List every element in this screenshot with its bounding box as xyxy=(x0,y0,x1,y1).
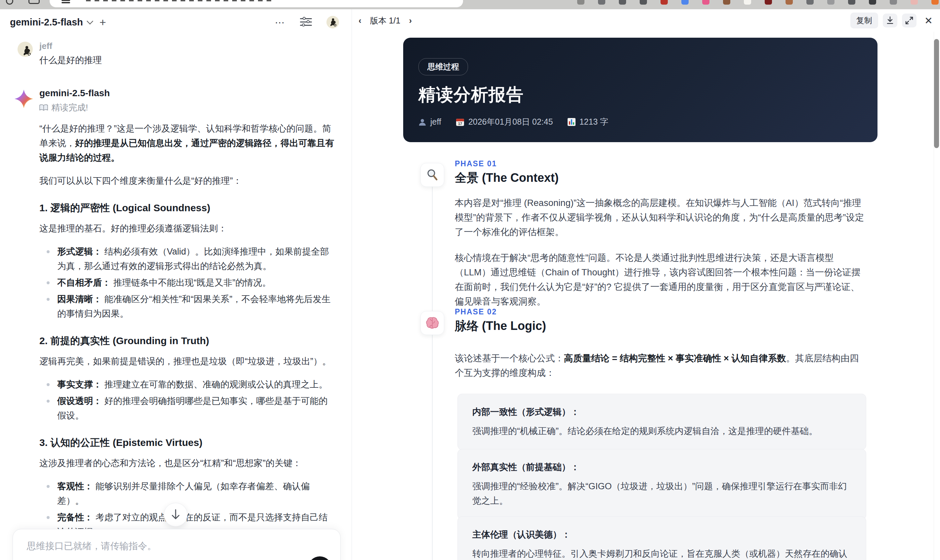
arrow-down-icon xyxy=(171,509,180,520)
assistant-message: gemini-2.5-flash 精读完成! “什么是好的推理？”这是一个涉及逻… xyxy=(14,88,337,560)
extension-icon[interactable] xyxy=(681,0,689,5)
phase-1-icon-card xyxy=(421,163,444,187)
section-title: 1. 逻辑的严密性 (Logical Soundness) xyxy=(39,201,334,215)
extension-icon[interactable] xyxy=(661,0,668,5)
phase-1-paragraph: 本内容是对“推理 (Reasoning)”这一抽象概念的高层建模。在知识爆炸与人… xyxy=(455,196,864,239)
assistant-status: 精读完成! xyxy=(39,102,337,113)
extension-icon[interactable] xyxy=(827,0,835,5)
report-hero-card: 思维过程 精读分析报告 jeff 17 2026年01月08日 02:45 12… xyxy=(403,38,877,142)
scrollbar-thumb[interactable] xyxy=(934,39,939,148)
chevron-down-icon xyxy=(87,18,93,25)
list-item: 因果清晰： 能准确区分“相关性”和“因果关系”，不会轻率地将先后发生的事情归为因… xyxy=(39,292,334,321)
extension-icon[interactable] xyxy=(577,0,584,5)
user-message-text: 什么是好的推理 xyxy=(39,54,102,66)
new-chat-button[interactable]: + xyxy=(100,16,106,29)
list-item: 形式逻辑： 结构必须有效（Valid）。比如演绎推理中，如果前提全部为真，那么通… xyxy=(39,244,334,273)
browser-toolbar xyxy=(0,0,940,9)
phase-1-paragraph: 核心情境在于解决“思考的随意性”问题。不论是人类通过批判性思维进行决策，还是大语… xyxy=(455,251,864,309)
artifact-scroll-area[interactable]: 思维过程 精读分析报告 jeff 17 2026年01月08日 02:45 12… xyxy=(352,32,940,560)
extension-icon[interactable] xyxy=(744,0,751,5)
copy-button[interactable]: 复制 xyxy=(851,12,878,28)
phase-2-body: 该论述基于一个核心公式：高质量结论 = 结构完整性 × 事实准确性 × 认知自律… xyxy=(455,351,864,391)
model-selector[interactable]: gemini-2.5-flash xyxy=(10,17,92,28)
extension-icon[interactable] xyxy=(598,0,605,5)
gemini-logo-icon xyxy=(14,89,33,110)
download-button[interactable] xyxy=(883,14,897,28)
section-desc: 这涉及推理者的心态和方法论，也是区分“杠精”和“思想家”的关键： xyxy=(39,456,334,471)
wordcount-meta: 1213 字 xyxy=(567,116,609,127)
logic-card: 主体伦理（认识美德）： 转向推理者的心理特征。引入奥卡姆剃刀和反向论证，旨在克服… xyxy=(458,516,866,560)
version-prev-button[interactable]: ‹ xyxy=(359,15,362,26)
composer-placeholder[interactable]: 思维接口已就绪，请传输指令。 xyxy=(27,540,156,552)
lead-in: 我们可以从以下四个维度来衡量什么是“好的推理”： xyxy=(39,174,334,188)
bar-chart-icon xyxy=(567,118,575,126)
chat-pane: gemini-2.5-flash + ⋯ jeff 什么是好的推理 xyxy=(0,9,351,560)
reload-icon[interactable] xyxy=(6,0,13,5)
settings-sliders-icon[interactable] xyxy=(300,17,312,27)
phase-1-label: PHASE 01 xyxy=(455,159,497,168)
phase-timeline xyxy=(432,164,433,560)
extension-icon[interactable] xyxy=(911,0,918,5)
assistant-name: gemini-2.5-flash xyxy=(39,88,337,98)
logic-card: 外部真实性（前提基础）： 强调推理的“经验校准”。解决“GIGO（垃圾进，垃圾出… xyxy=(458,449,866,520)
user-message-avatar xyxy=(17,42,33,57)
bullet-list: 事实支撑： 推理建立在可靠的数据、准确的观测或公认的真理之上。 假设透明： 好的… xyxy=(39,377,334,423)
extension-icon[interactable] xyxy=(640,0,647,5)
artifact-toolbar: ‹ 版本 1/1 › 复制 xyxy=(352,9,940,32)
brain-icon xyxy=(425,317,439,329)
section-title: 2. 前提的真实性 (Grounding in Truth) xyxy=(39,334,334,348)
phase-2-formula: 该论述基于一个核心公式：高质量结论 = 结构完整性 × 事实准确性 × 认知自律… xyxy=(455,351,864,380)
author-meta: jeff xyxy=(418,117,441,127)
logic-card-text: 强调推理的“机械正确”。结论必须在给定的规则系统内逻辑自洽，这是推理的硬件基础。 xyxy=(472,424,851,438)
report-title: 精读分析报告 xyxy=(418,83,524,106)
assistant-content: “什么是好的推理？”这是一个涉及逻辑学、认知科学和哲学核心的问题。简单来说，好的… xyxy=(39,122,334,560)
scroll-to-bottom-button[interactable] xyxy=(164,503,188,527)
chat-scroll-area[interactable]: jeff 什么是好的推理 gemini-2.5-flash xyxy=(0,35,351,560)
extension-icon[interactable] xyxy=(619,0,626,5)
phase-1-body: 本内容是对“推理 (Reasoning)”这一抽象概念的高层建模。在知识爆炸与人… xyxy=(455,196,864,320)
extension-icon[interactable] xyxy=(702,0,709,5)
report-meta: jeff 17 2026年01月08日 02:45 1213 字 xyxy=(418,116,608,127)
section-title: 3. 认知的公正性 (Epistemic Virtues) xyxy=(39,435,334,450)
close-button[interactable]: ✕ xyxy=(921,15,936,26)
section-desc: 这是推理的基石。好的推理必须遵循逻辑法则： xyxy=(39,221,334,236)
phase-2-icon-card xyxy=(421,311,444,335)
extension-icon[interactable] xyxy=(931,0,938,5)
more-options-button[interactable]: ⋯ xyxy=(275,17,285,28)
bullet-list: 形式逻辑： 结构必须有效（Valid）。比如演绎推理中，如果前提全部为真，那么通… xyxy=(39,244,334,321)
intro-paragraph: “什么是好的推理？”这是一个涉及逻辑学、认知科学和哲学核心的问题。简单来说，好的… xyxy=(39,122,334,165)
expand-button[interactable] xyxy=(902,14,917,28)
date-meta: 17 2026年01月08日 02:45 xyxy=(456,116,553,127)
extension-icon[interactable] xyxy=(723,0,730,5)
version-next-button[interactable]: › xyxy=(409,15,412,26)
extension-icon[interactable] xyxy=(765,0,772,5)
list-icon xyxy=(62,2,70,3)
extension-icons[interactable] xyxy=(577,0,938,5)
user-avatar[interactable] xyxy=(327,16,339,28)
model-name: gemini-2.5-flash xyxy=(10,17,83,28)
extension-icon[interactable] xyxy=(890,0,897,5)
voice-input-button[interactable] xyxy=(308,556,332,560)
artifact-pane: ‹ 版本 1/1 › 复制 xyxy=(351,9,940,560)
list-item: 客观性： 能够识别并尽量排除个人偏见（如幸存者偏差、确认偏差）。 xyxy=(39,479,334,508)
logic-card-text: 强调推理的“经验校准”。解决“GIGO（垃圾进，垃圾出）”问题，确保推理引擎运行… xyxy=(472,479,851,508)
phase-2-label: PHASE 02 xyxy=(455,308,497,316)
logic-card-title: 主体伦理（认识美德）： xyxy=(472,529,851,540)
extension-icon[interactable] xyxy=(806,0,814,5)
extension-icon[interactable] xyxy=(786,0,793,5)
composer[interactable]: 思维接口已就绪，请传输指令。 + xyxy=(12,529,341,560)
extension-icon[interactable] xyxy=(848,0,855,5)
chat-header: gemini-2.5-flash + ⋯ xyxy=(0,9,351,35)
logic-card: 内部一致性（形式逻辑）： 强调推理的“机械正确”。结论必须在给定的规则系统内逻辑… xyxy=(458,394,866,450)
person-icon xyxy=(418,118,426,126)
user-name: jeff xyxy=(39,41,52,51)
book-icon xyxy=(39,104,48,111)
expand-icon xyxy=(905,16,914,25)
tabs-icon[interactable] xyxy=(28,0,40,4)
address-bar[interactable] xyxy=(49,0,463,7)
section-desc: 逻辑再完美，如果前提是错误的，推理也是垃圾（即“垃圾进，垃圾出”）。 xyxy=(39,354,334,369)
list-item: 事实支撑： 推理建立在可靠的数据、准确的观测或公认的真理之上。 xyxy=(39,377,334,392)
version-label: 版本 1/1 xyxy=(370,15,401,26)
extension-icon[interactable] xyxy=(869,0,876,5)
url-text-fragment xyxy=(86,0,271,2)
